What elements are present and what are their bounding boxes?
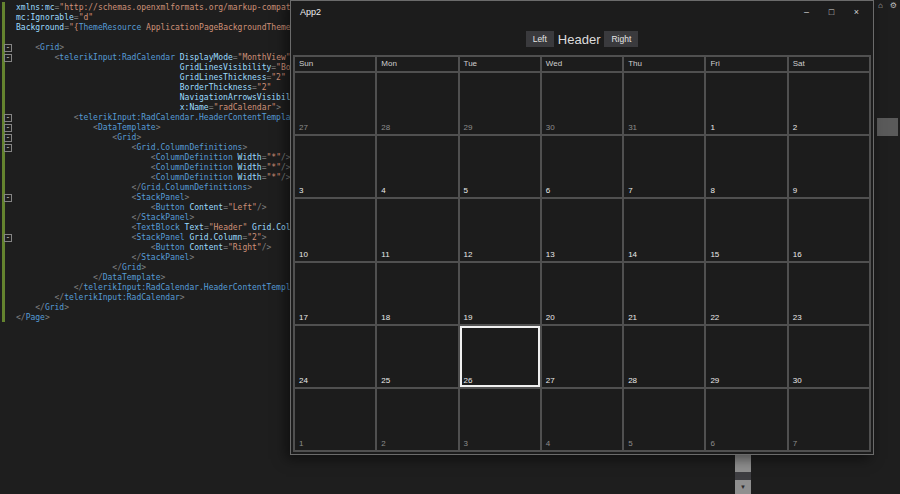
calendar-cell[interactable]: 22 [706,263,786,324]
calendar-cell[interactable]: 7 [624,136,704,197]
calendar-cell[interactable]: 15 [706,199,786,260]
header-title: Header [558,32,601,47]
day-number: 8 [710,186,714,195]
day-number: 9 [793,186,797,195]
day-number: 4 [381,186,385,195]
right-button[interactable]: Right [604,31,638,47]
window-title: App2 [300,7,321,17]
calendar-cell[interactable]: 12 [460,199,540,260]
day-number: 5 [628,439,632,448]
calendar-cell[interactable]: 5 [460,136,540,197]
day-name: Sat [789,57,869,71]
maximize-button[interactable]: □ [819,2,844,22]
calendar-cell[interactable]: 6 [542,136,622,197]
calendar-cell[interactable]: 3 [460,389,540,450]
calendar-cell[interactable]: 30 [789,326,869,387]
scroll-down-button[interactable]: ▼ [735,480,751,494]
editor-scrollbar-thumb[interactable] [877,118,898,136]
calendar-cell[interactable]: 20 [542,263,622,324]
calendar-cell[interactable]: 23 [789,263,869,324]
day-number: 2 [381,439,385,448]
calendar-cell[interactable]: 31 [624,73,704,134]
calendar-cell[interactable]: 4 [377,136,457,197]
calendar-cell[interactable]: 16 [789,199,869,260]
day-number: 1 [710,123,714,132]
day-number: 19 [464,313,473,322]
calendar-cell[interactable]: 1 [706,73,786,134]
day-number: 1 [299,439,303,448]
day-number: 28 [628,376,637,385]
calendar-cell-selected[interactable]: 26 [460,326,540,387]
calendar-cell[interactable]: 11 [377,199,457,260]
panel-scrollbar[interactable]: ▼ [735,455,751,494]
day-number: 27 [546,376,555,385]
day-number: 7 [793,439,797,448]
calendar-cell[interactable]: 1 [295,389,375,450]
calendar-cell[interactable]: 28 [377,73,457,134]
day-name: Thu [624,57,704,71]
calendar-cell[interactable]: 13 [542,199,622,260]
fold-collapse-icon[interactable]: - [4,114,12,122]
day-number: 26 [464,376,473,385]
day-name: Sun [295,57,375,71]
home-icon[interactable]: ⌂ [878,1,883,10]
app-titlebar[interactable]: App2 – □ × [291,1,873,23]
close-button[interactable]: × [844,2,869,22]
minimize-button[interactable]: – [794,2,819,22]
calendar-cell[interactable]: 10 [295,199,375,260]
fold-collapse-icon[interactable]: - [4,194,12,202]
calendar-cell[interactable]: 28 [624,326,704,387]
calendar-cell[interactable]: 9 [789,136,869,197]
calendar-cell[interactable]: 8 [706,136,786,197]
day-number: 30 [793,376,802,385]
fold-collapse-icon[interactable]: - [4,124,12,132]
day-number: 29 [464,123,473,132]
day-number: 27 [299,123,308,132]
calendar-cell[interactable]: 6 [706,389,786,450]
calendar-cell[interactable]: 30 [542,73,622,134]
fold-collapse-icon[interactable]: - [4,44,12,52]
day-number: 22 [710,313,719,322]
day-number: 31 [628,123,637,132]
day-number: 29 [710,376,719,385]
day-number: 28 [381,123,390,132]
calendar-cell[interactable]: 7 [789,389,869,450]
left-button[interactable]: Left [526,31,554,47]
settings-icon[interactable]: ⚙ [890,1,897,10]
fold-collapse-icon[interactable]: - [4,144,12,152]
calendar-cell[interactable]: 18 [377,263,457,324]
calendar-cell[interactable]: 2 [789,73,869,134]
calendar-cell[interactable]: 27 [295,73,375,134]
calendar-header: Left Header Right [291,23,873,55]
calendar-cell[interactable]: 3 [295,136,375,197]
calendar-cell[interactable]: 29 [706,326,786,387]
calendar-cell[interactable]: 25 [377,326,457,387]
day-number: 17 [299,313,308,322]
day-number: 7 [628,186,632,195]
day-number: 2 [793,123,797,132]
day-number: 6 [546,186,550,195]
day-number: 18 [381,313,390,322]
month-view-calendar: SunMonTueWedThuFriSat2728293031123456789… [293,55,871,452]
day-number: 6 [710,439,714,448]
calendar-cell[interactable]: 14 [624,199,704,260]
calendar-cell[interactable]: 19 [460,263,540,324]
calendar-cell[interactable]: 5 [624,389,704,450]
calendar-cell[interactable]: 29 [460,73,540,134]
day-number: 15 [710,250,719,259]
panel-scrollbar-thumb[interactable] [735,455,751,472]
day-name: Mon [377,57,457,71]
day-number: 16 [793,250,802,259]
calendar-cell[interactable]: 17 [295,263,375,324]
calendar-cell[interactable]: 21 [624,263,704,324]
app2-window: App2 – □ × Left Header Right SunMonTueWe… [290,0,874,455]
fold-collapse-icon[interactable]: - [4,134,12,142]
calendar-cell[interactable]: 27 [542,326,622,387]
day-number: 12 [464,250,473,259]
fold-collapse-icon[interactable]: - [4,54,12,62]
calendar-cell[interactable]: 2 [377,389,457,450]
fold-collapse-icon[interactable]: - [4,234,12,242]
day-name: Wed [542,57,622,71]
calendar-cell[interactable]: 24 [295,326,375,387]
calendar-cell[interactable]: 4 [542,389,622,450]
